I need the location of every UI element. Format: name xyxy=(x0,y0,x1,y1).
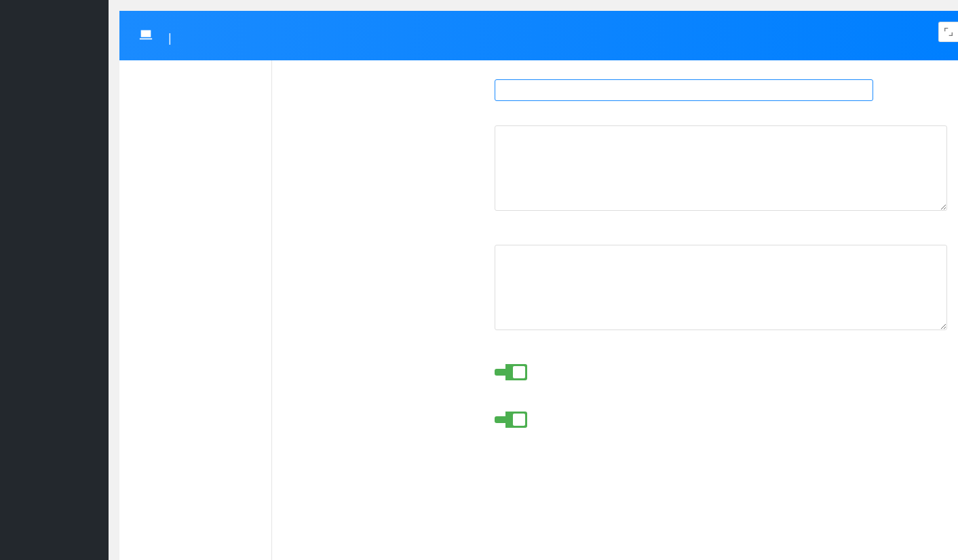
settings-form xyxy=(272,60,958,560)
theme-header: | xyxy=(119,11,958,60)
toggle-switch xyxy=(505,412,527,428)
textarea-keywords[interactable] xyxy=(495,125,947,211)
label-remove-category xyxy=(291,364,495,387)
field-description xyxy=(291,245,958,340)
theme-title xyxy=(138,27,159,42)
field-keywords xyxy=(291,125,958,220)
settings-nav xyxy=(119,60,272,560)
label-description xyxy=(291,245,495,340)
toggle-switch xyxy=(505,364,527,380)
toggle-remove-category[interactable] xyxy=(495,364,527,380)
control-site-title xyxy=(495,79,958,101)
toggle-label xyxy=(495,369,505,376)
separator: | xyxy=(168,31,172,45)
field-builtin-seo xyxy=(291,412,958,435)
toggle-builtin-seo[interactable] xyxy=(495,412,527,428)
field-remove-category xyxy=(291,364,958,387)
label-keywords xyxy=(291,125,495,220)
settings-content xyxy=(119,60,958,560)
expand-button[interactable] xyxy=(938,22,958,42)
toggle-label xyxy=(495,416,505,423)
control-builtin-seo xyxy=(495,412,958,435)
field-site-title xyxy=(291,79,958,101)
label-builtin-seo xyxy=(291,412,495,435)
input-site-title[interactable] xyxy=(495,79,873,101)
control-remove-category xyxy=(495,364,958,387)
textarea-description[interactable] xyxy=(495,245,947,330)
wp-admin-sidebar xyxy=(0,0,109,560)
label-site-title xyxy=(291,79,495,101)
control-description xyxy=(495,245,958,340)
control-keywords xyxy=(495,125,958,220)
main-content: | xyxy=(109,0,958,560)
